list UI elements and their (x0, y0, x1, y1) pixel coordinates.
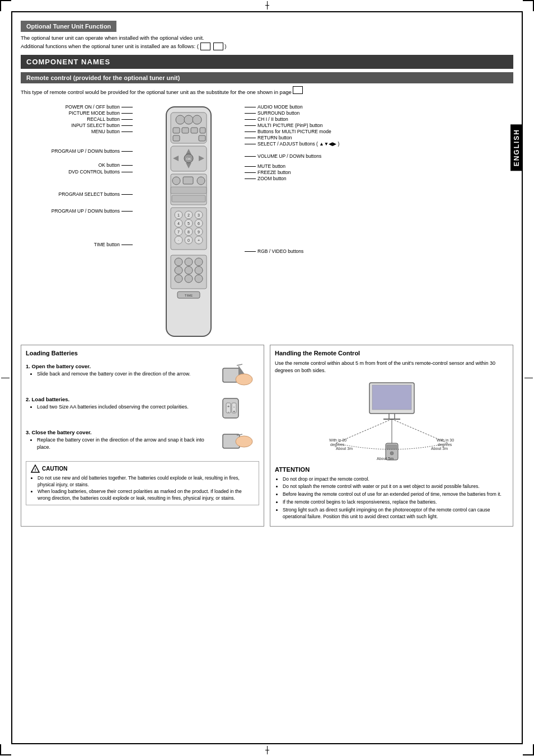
step2-img: + - + - (214, 393, 259, 424)
svg-rect-8 (200, 128, 205, 133)
label-ok: OK button (21, 162, 133, 168)
svg-point-64 (236, 374, 252, 385)
handling-section: Handling the Remote Control Use the remo… (270, 345, 513, 527)
step3-img (214, 426, 259, 457)
svg-point-56 (195, 266, 203, 274)
svg-point-3 (184, 115, 193, 124)
svg-point-22 (197, 177, 205, 185)
svg-text:5: 5 (188, 222, 190, 226)
svg-rect-21 (183, 177, 193, 184)
label-input-select: INPUT SELECT button (21, 123, 133, 128)
label-recall: RECALL button (21, 116, 133, 122)
svg-text:About 3m: About 3m (336, 447, 353, 450)
svg-text:!: ! (35, 467, 36, 472)
svg-text:About 3m: About 3m (431, 447, 448, 450)
step3-content: 3. Close the battery cover. Replace the … (26, 426, 212, 450)
remote-svg: OK DVS 1 2 3 4 5 6 (149, 104, 228, 339)
remote-image: OK DVS 1 2 3 4 5 6 (133, 98, 245, 339)
optional-desc2: Additional functions when the optional t… (21, 43, 513, 50)
icon-box-2 (213, 43, 223, 50)
attention-item-4: If the remote control begins to lack res… (283, 499, 508, 506)
svg-rect-23 (171, 187, 207, 194)
svg-text:9: 9 (198, 230, 200, 234)
svg-point-74 (236, 436, 252, 447)
svg-text:With in 30: With in 30 (437, 438, 454, 442)
optional-description: The optional tuner unit can operate when… (21, 35, 513, 50)
loading-batteries-title: Loading Batteries (26, 350, 259, 356)
svg-text:+: + (198, 238, 200, 242)
caution-icon: ! (31, 464, 40, 473)
label-audio-mode: AUDIO MODE button (245, 104, 513, 110)
svg-point-59 (195, 275, 203, 283)
step1-content: 1. Open the battery cover. Slide back an… (26, 360, 212, 378)
step2-content: 2. Load batteries. Load two Size AA batt… (26, 393, 212, 411)
svg-rect-10 (199, 135, 205, 141)
attention-item-1: Do not drop or impact the remote control… (283, 476, 508, 483)
svg-text:7: 7 (177, 230, 180, 234)
svg-rect-84 (387, 445, 397, 449)
top-icons (200, 43, 223, 50)
step3-text: Replace the battery cover in the directi… (26, 436, 212, 450)
caution-list: Do not use new and old batteries togethe… (31, 475, 254, 502)
svg-rect-79 (372, 385, 411, 410)
component-names-header: COMPONENT NAMES (21, 55, 513, 69)
optional-tuner-header: Optional Tuner Unit Function (21, 21, 116, 32)
corner-mark-bl (0, 744, 11, 755)
crosshair-top (267, 1, 268, 10)
label-freeze: FREEZE button (245, 170, 513, 175)
handling-title: Handling the Remote Control (275, 350, 508, 356)
label-program-select: PROGRAM SELECT buttons (21, 191, 133, 197)
step2-text: Load two Size AA batteries included obse… (26, 403, 212, 411)
remote-left-labels: POWER ON / OFF button PICTURE MODE butto… (21, 98, 133, 339)
battery-steps: 1. Open the battery cover. Slide back an… (26, 360, 259, 457)
handling-desc: Use the remote control within about 5 m … (275, 360, 508, 374)
svg-rect-24 (172, 195, 205, 202)
remote-right-labels: AUDIO MODE button SURROUND button CH I /… (245, 98, 513, 339)
svg-point-20 (172, 177, 180, 185)
remote-desc: This type of remote control would be pro… (21, 86, 513, 95)
step1-img (214, 360, 259, 391)
svg-text:With in 30: With in 30 (329, 438, 346, 442)
attention-item-2: Do not splash the remote control with wa… (283, 483, 508, 490)
remote-diagram-area: POWER ON / OFF button PICTURE MODE butto… (21, 98, 513, 339)
crosshair-right (524, 378, 533, 378)
label-buttons-multi: Buttons for MULTI PICTURE mode (245, 129, 513, 134)
caution-box: ! CAUTION Do not use new and old batteri… (26, 461, 259, 505)
attention-item-3: Before leaving the remote control out of… (283, 491, 508, 498)
label-program-updown-1: PROGRAM UP / DOWN buttons (21, 148, 133, 154)
svg-text:6: 6 (198, 222, 200, 226)
battery-step2-svg: + - + - (217, 393, 256, 424)
optional-desc1: The optional tuner unit can operate when… (21, 35, 513, 41)
battery-step-3: 3. Close the battery cover. Replace the … (26, 426, 259, 457)
svg-text:OK: OK (186, 157, 191, 161)
label-return: RETURN button (245, 135, 513, 140)
caution-title: ! CAUTION (31, 464, 254, 473)
attention-list: Do not drop or impact the remote control… (275, 476, 508, 520)
loading-batteries-section: Loading Batteries 1. Open the battery co… (21, 345, 264, 527)
label-power: POWER ON / OFF button (21, 104, 133, 110)
bottom-section: Loading Batteries 1. Open the battery co… (21, 345, 513, 527)
step1-text: Slide back and remove the battery cover … (26, 370, 212, 378)
label-menu: MENU button (21, 129, 133, 134)
svg-text:+: + (227, 404, 230, 409)
svg-point-51 (175, 258, 182, 266)
svg-point-4 (193, 115, 202, 124)
step2-title: 2. Load batteries. (26, 396, 212, 402)
svg-point-53 (195, 258, 203, 266)
svg-rect-9 (173, 135, 180, 141)
svg-rect-5 (173, 128, 180, 133)
svg-point-55 (185, 266, 193, 274)
svg-text:3: 3 (198, 213, 200, 217)
corner-mark-tl (0, 0, 11, 11)
step1-title: 1. Open the battery cover. (26, 363, 212, 369)
svg-rect-6 (182, 128, 189, 133)
corner-mark-br (523, 744, 534, 755)
page-icon-ref (293, 86, 303, 94)
svg-line-65 (237, 364, 242, 365)
crosshair-left (1, 378, 10, 378)
svg-text:8: 8 (188, 230, 190, 234)
step3-title: 3. Close the battery cover. (26, 429, 212, 435)
battery-step-2: 2. Load batteries. Load two Size AA batt… (26, 393, 259, 424)
svg-point-52 (185, 258, 193, 266)
battery-step3-svg (217, 426, 256, 457)
